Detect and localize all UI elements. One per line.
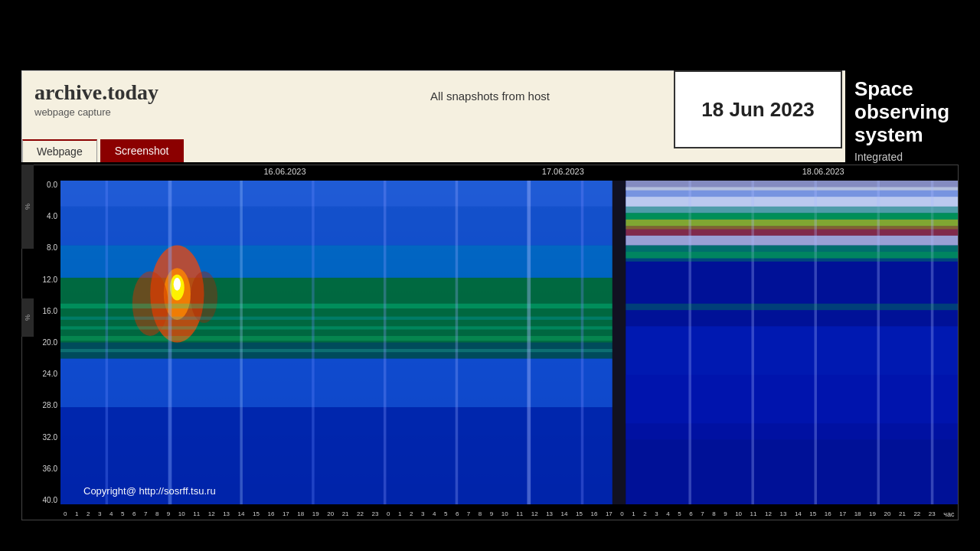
- svg-point-15: [191, 271, 217, 323]
- outer-container: archive.today webpage capture All snapsh…: [0, 0, 980, 551]
- y-label-9: 36.0: [43, 465, 57, 473]
- svg-rect-17: [60, 317, 617, 320]
- tab-screenshot[interactable]: Screenshot: [100, 139, 184, 162]
- svg-rect-26: [456, 181, 459, 504]
- date-label-2: 17.06.2023: [542, 167, 584, 176]
- copyright-text: Copyright@ http://sosrff.tsu.ru: [83, 485, 216, 497]
- svg-rect-6: [60, 207, 617, 246]
- tabs-row: Webpage Screenshot: [22, 139, 184, 162]
- svg-rect-7: [60, 246, 617, 278]
- svg-rect-45: [931, 181, 934, 504]
- svg-rect-35: [626, 226, 958, 236]
- y-label-4: 16.0: [43, 307, 57, 315]
- svg-rect-44: [877, 181, 880, 504]
- svg-rect-5: [60, 181, 617, 207]
- date-label-1: 16.06.2023: [263, 167, 305, 176]
- date-label-3: 18.06.2023: [802, 167, 844, 176]
- svg-rect-22: [168, 181, 172, 504]
- date-box: 18 Jun 2023: [674, 70, 842, 148]
- svg-rect-21: [106, 181, 109, 504]
- main-content: Гц 0.0 4.0 8.0 12.0 16.0 20.0 24.0 28.0 …: [21, 165, 959, 520]
- y-label-10: 40.0: [43, 496, 57, 504]
- y-label-6: 24.0: [43, 370, 57, 378]
- y-label-8: 32.0: [43, 433, 57, 442]
- svg-rect-32: [626, 197, 958, 207]
- svg-rect-39: [626, 375, 958, 440]
- svg-rect-24: [312, 181, 315, 504]
- svg-rect-34: [626, 220, 958, 226]
- svg-rect-18: [60, 326, 617, 329]
- svg-rect-23: [240, 181, 243, 504]
- svg-rect-42: [751, 181, 754, 504]
- spectrogram-svg: [60, 181, 958, 504]
- svg-rect-16: [60, 304, 617, 308]
- svg-rect-25: [384, 181, 387, 504]
- svg-rect-28: [581, 181, 584, 504]
- svg-rect-43: [814, 181, 817, 504]
- y-axis: 0.0 4.0 8.0 12.0 16.0 20.0 24.0 28.0 32.…: [22, 181, 60, 504]
- svg-rect-8: [60, 359, 617, 407]
- snapshots-text: All snapshots from host: [430, 90, 550, 103]
- svg-rect-46: [626, 207, 958, 220]
- y-label-1: 4.0: [47, 212, 57, 220]
- svg-rect-47: [626, 252, 958, 262]
- y-label-3: 12.0: [43, 276, 57, 284]
- x-axis: 0123456789101112131415161718192021222301…: [60, 510, 958, 518]
- svg-rect-27: [527, 181, 531, 504]
- y-label-2: 8.0: [47, 243, 57, 252]
- svg-rect-19: [60, 336, 617, 341]
- svg-rect-36: [626, 236, 958, 246]
- svg-rect-20: [60, 349, 617, 352]
- svg-point-13: [174, 278, 181, 291]
- date-labels: 16.06.2023 17.06.2023 18.06.2023: [60, 167, 958, 182]
- svg-rect-41: [688, 181, 691, 504]
- svg-rect-48: [626, 304, 958, 310]
- date-text: 18 Jun 2023: [701, 98, 814, 122]
- y-label-5: 20.0: [43, 338, 57, 347]
- svg-rect-29: [612, 181, 626, 504]
- space-title: Space observing system: [854, 78, 949, 147]
- y-label-0: 0.0: [47, 181, 57, 189]
- tab-webpage[interactable]: Webpage: [22, 139, 97, 162]
- spectrogram-canvas: [60, 181, 958, 504]
- y-label-7: 28.0: [43, 401, 57, 409]
- spectrogram-container: Гц 0.0 4.0 8.0 12.0 16.0 20.0 24.0 28.0 …: [22, 165, 958, 520]
